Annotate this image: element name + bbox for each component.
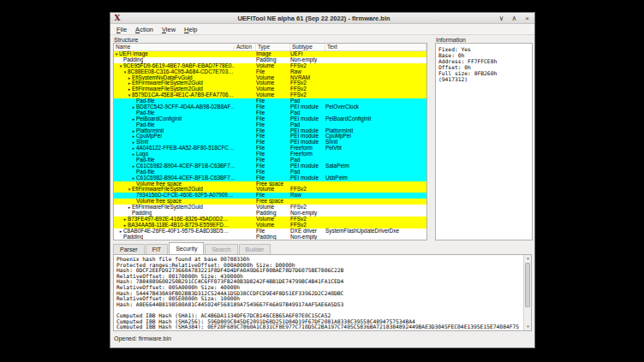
row-name: EfiFirmwareFileSystem2Guid [132,80,203,86]
tree-row[interactable]: PaddingPaddingNon-empty [114,234,426,240]
row-type: File [256,139,290,145]
row-subtype: PEI module [290,104,325,110]
tree-row[interactable]: ▸B73FE497-B92E-416E-8326-45AD0D2…VolumeF… [114,217,426,223]
column-header-name[interactable]: Name [114,44,235,50]
tree-row[interactable]: ▸4A046122-FFEB-4A52-BF80-518CFC…FileFree… [114,145,426,151]
row-subtype [290,199,325,205]
tree-row[interactable]: Volume free spaceFree space [114,181,426,187]
tree-row[interactable]: ▾8579D1CA-45E8-4E1C-A7B9-EFA7706…VolumeF… [114,92,426,98]
row-text [325,98,426,104]
column-header-type[interactable]: Type [256,44,290,50]
row-subtype: FFSv2 [290,187,325,193]
row-action [235,51,256,57]
row-action [235,187,256,193]
tree-row[interactable]: Pad-fileFilePad [114,110,426,116]
menu-action[interactable]: Action [131,24,158,35]
row-subtype: Pad [290,157,325,163]
tree-row[interactable]: Pad-fileFilePad [114,98,426,104]
row-name: Padding [123,234,143,240]
tree-row[interactable]: ▸EfiFirmwareFileSystem2GuidVolumeFFSv2 [114,205,426,211]
tree-row[interactable]: ▸BA34AA58-118E-4B10-B729-E559EFD…VolumeF… [114,223,426,228]
row-subtype: PEI module [290,116,325,122]
minimize-button[interactable]: ∨ [498,13,505,24]
row-text [325,151,426,157]
tree-row[interactable]: ▸SiInitFilePEI moduleSiInit [114,139,426,145]
row-type: Volume [256,86,290,92]
row-subtype: FFSv2 [290,86,325,92]
row-action [235,104,256,110]
structure-tree[interactable]: NameActionTypeSubtypeText ▾UEFI imageIma… [113,43,427,240]
vertical-scrollbar[interactable]: ▲ ▼ [523,255,531,330]
information-text[interactable]: Fixed: YesBase: 0hAddress: FF7FFCE8hOffs… [435,43,533,240]
row-type: File [256,228,290,234]
tree-row[interactable]: Pad-fileFilePad [114,157,426,163]
row-text: CpuMpPei [325,134,426,139]
row-text: SystemFlashUpdateDriverDxe [325,228,426,234]
row-text [325,181,426,187]
tree-row[interactable]: ▸CpuMpPeiFilePEI moduleCpuMpPei [114,134,426,139]
security-log-panel[interactable]: Phoenix hash file found at base 00788330… [113,254,532,331]
scroll-up-icon[interactable]: ▲ [524,255,532,262]
tree-row[interactable]: ▾8C88EE08-C316-4C95-A684-CDC7E703…FileRa… [114,69,426,75]
row-type: Volume [256,217,290,223]
tree-row[interactable]: ▾EfiFirmwareFileSystem2GuidVolumeFFSv2 [114,187,426,193]
scroll-down-icon[interactable]: ▼ [524,323,532,330]
column-header-action[interactable]: Action [235,44,256,50]
menu-help[interactable]: Help [180,24,201,35]
row-type: File [256,128,290,134]
tree-row[interactable]: ▾9CE95FD9-6E19-4BE7-9ABF-EBAD7F78E0…Volu… [114,63,426,69]
tree-row[interactable]: Volume free spaceFree space [114,199,426,205]
tree-row[interactable]: ▸EfiFirmwareFileSystem2GuidVolumeFFSv2 [114,86,426,92]
tree-row[interactable]: Pad-fileFilePad [114,122,426,128]
row-subtype: PEI module [290,163,325,169]
column-header-subtype[interactable]: Subtype [290,44,325,50]
row-name: UEFI image [119,51,148,57]
tree-row[interactable]: PaddingPaddingNon-empty [114,57,426,63]
row-name: EfiFirmwareFileSystem2Guid [132,86,203,92]
row-subtype: PEI module [290,128,325,134]
row-type: File [256,110,290,116]
row-text [325,110,426,116]
titlebar[interactable]: X UEFITool NE alpha 61 (Sep 22 2022) - f… [110,13,534,24]
row-name: Padding [123,57,143,63]
tree-row[interactable]: ▸EfiFirmwareFileSystem2GuidVolumeFFSv2 [114,80,426,86]
scrollbar-thumb[interactable] [525,263,530,307]
row-text [325,205,426,211]
row-action [235,157,256,163]
tree-row[interactable]: 7934156D-CFCE-460E-92F5-A07909…FileRaw [114,193,426,199]
tree-row[interactable]: ▸C61C6982-B904-4CEF-BF1B-C63BF7…FilePEI … [114,175,426,181]
tree-row[interactable]: ▸C61C6982-B904-4CEF-BF1B-C63BF7…FilePEI … [114,163,426,169]
row-text [325,169,426,175]
tab-parser[interactable]: Parser [113,244,145,254]
menu-file[interactable]: File [112,24,131,35]
row-action [235,80,256,86]
row-type: Free space [256,181,290,187]
row-name: CpuMpPei [136,134,162,139]
tab-fit[interactable]: FIT [146,244,169,254]
row-subtype: PEI module [290,134,325,139]
tree-row[interactable]: ▸PeiBoardConfigInitFilePEI modulePeiBoar… [114,116,426,122]
row-text [325,92,426,98]
tree-row[interactable]: ▸BD87C542-9CFF-4D4A-AB98-02B8AF…FilePEI … [114,104,426,110]
maximize-button[interactable]: ∧ [510,13,518,24]
row-type: Volume [256,92,290,98]
row-subtype: Pad [290,110,325,116]
column-header-text[interactable]: Text [325,44,426,50]
row-action [235,75,256,81]
tree-row[interactable]: ▸C8AB0F4E-26FE-40F1-9579-EA8D38D5…FileDX… [114,228,426,234]
structure-label: Structure [114,37,138,43]
menu-view[interactable]: View [158,24,180,35]
row-subtype: Non-empty [290,211,325,217]
tree-row[interactable]: ▸LogoFileFreeform [114,151,426,157]
tree-row[interactable]: ▾UEFI imageImageUEFI [114,51,426,57]
status-bar: Opened: firmware.bin [110,332,534,347]
row-text [325,86,426,92]
tree-row[interactable]: Pad-fileFilePad [114,169,426,175]
row-type: Volume [256,223,290,228]
tab-security[interactable]: Security [169,242,204,254]
row-action [235,69,256,75]
tree-row[interactable]: PaddingPaddingNon-empty [114,211,426,217]
close-button[interactable]: × [523,13,531,24]
tree-row[interactable]: ▸EfiSystemNvDataFvGuidVolumeNVRAM [114,75,426,81]
tree-row[interactable]: ▸PlatformInitFilePEI modulePlatformInit [114,128,426,134]
